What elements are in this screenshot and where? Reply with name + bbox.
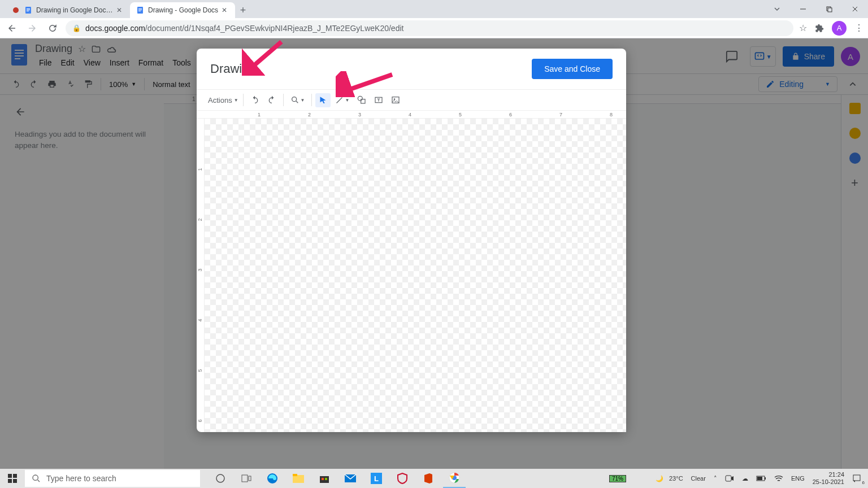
tab-title: Drawing in Google Docs - Googl <box>36 6 113 14</box>
close-tab-icon[interactable]: ✕ <box>222 6 229 14</box>
svg-rect-53 <box>765 477 766 480</box>
lock-icon: 🔒 <box>72 24 81 32</box>
svg-line-20 <box>337 97 342 103</box>
svg-rect-38 <box>249 476 251 481</box>
battery-indicator[interactable]: 71% <box>609 475 626 482</box>
svg-line-19 <box>296 101 298 103</box>
reload-button[interactable] <box>45 21 60 36</box>
cortana-icon[interactable] <box>209 469 232 488</box>
svg-rect-8 <box>138 11 141 11</box>
svg-rect-42 <box>320 476 329 483</box>
svg-rect-7 <box>138 10 142 10</box>
url-field[interactable]: 🔒 docs.google.com/document/d/1Nsqaf4_PGe… <box>66 20 793 36</box>
annotation-arrow-icon <box>242 38 287 76</box>
battery-tray-icon[interactable] <box>754 474 769 482</box>
svg-rect-11 <box>828 8 832 12</box>
select-tool[interactable] <box>315 93 331 107</box>
star-icon[interactable]: ☆ <box>799 23 807 33</box>
edge-icon[interactable] <box>261 469 284 488</box>
weather-condition[interactable]: Clear <box>689 474 708 483</box>
svg-rect-40 <box>293 475 304 483</box>
record-icon <box>11 6 20 15</box>
wifi-icon[interactable] <box>772 474 785 483</box>
svg-line-35 <box>38 480 40 482</box>
svg-point-0 <box>13 7 19 13</box>
svg-point-25 <box>394 98 396 100</box>
svg-rect-3 <box>27 10 30 10</box>
svg-rect-31 <box>13 474 17 478</box>
tray-expand-icon[interactable]: ˄ <box>711 474 719 483</box>
svg-rect-37 <box>242 475 248 482</box>
svg-rect-43 <box>322 478 324 480</box>
meet-now-icon[interactable] <box>723 474 736 483</box>
svg-rect-32 <box>8 479 12 483</box>
svg-point-34 <box>33 475 38 480</box>
svg-point-36 <box>216 474 224 482</box>
menu-icon[interactable]: ⋮ <box>854 23 863 33</box>
svg-rect-51 <box>726 476 731 481</box>
explorer-icon[interactable] <box>287 469 310 488</box>
mail-icon[interactable] <box>339 469 362 488</box>
chrome-icon[interactable] <box>443 469 466 488</box>
svg-line-27 <box>249 42 281 70</box>
svg-rect-44 <box>325 478 327 480</box>
svg-point-18 <box>292 97 296 102</box>
task-view-icon[interactable] <box>235 469 258 488</box>
browser-tab[interactable]: Drawing in Google Docs - Googl ✕ <box>6 2 130 18</box>
drawing-ruler-horizontal: 1 2 3 4 5 6 7 8 <box>197 111 626 119</box>
taskbar-search[interactable]: Type here to search <box>25 470 200 487</box>
drawing-toolbar: Actions▼ ▼ ▼ <box>197 89 626 111</box>
close-tab-icon[interactable]: ✕ <box>116 6 124 14</box>
undo-button[interactable] <box>247 93 263 107</box>
tab-title: Drawing - Google Docs <box>148 6 218 14</box>
drawing-canvas[interactable] <box>205 119 626 432</box>
svg-rect-4 <box>27 11 29 11</box>
language-indicator[interactable]: ENG <box>789 474 807 483</box>
redo-button[interactable] <box>264 93 280 107</box>
profile-avatar[interactable]: A <box>832 21 847 36</box>
weather-icon: 🌙 <box>656 475 663 482</box>
store-icon[interactable] <box>313 469 336 488</box>
svg-line-29 <box>344 75 392 91</box>
new-tab-button[interactable]: + <box>235 2 251 18</box>
drawing-modal: Drawing Save and Close Actions▼ ▼ ▼ 1 2 … <box>197 49 626 432</box>
close-window-button[interactable] <box>842 0 868 18</box>
svg-rect-55 <box>853 475 860 481</box>
svg-rect-41 <box>293 474 297 476</box>
app-icon[interactable]: L <box>365 469 388 488</box>
zoom-button[interactable]: ▼ <box>287 93 309 107</box>
extensions-icon[interactable] <box>815 24 824 33</box>
office-icon[interactable] <box>417 469 440 488</box>
mcafee-icon[interactable] <box>391 469 414 488</box>
search-placeholder: Type here to search <box>46 474 116 483</box>
chevron-down-icon[interactable] <box>764 0 790 18</box>
maximize-window-button[interactable] <box>816 0 842 18</box>
svg-text:L: L <box>374 474 379 483</box>
docs-favicon-icon <box>136 6 145 15</box>
address-bar: 🔒 docs.google.com/document/d/1Nsqaf4_PGe… <box>0 18 868 38</box>
forward-button[interactable] <box>25 21 40 36</box>
url-text: docs.google.com/document/d/1Nsqaf4_PGevS… <box>85 24 403 33</box>
windows-taskbar: Type here to search L 71% 🌙 23°C Clear ˄… <box>0 469 868 488</box>
svg-rect-54 <box>757 477 762 480</box>
svg-rect-2 <box>27 8 30 9</box>
back-button[interactable] <box>5 21 19 36</box>
browser-tab-active[interactable]: Drawing - Google Docs ✕ <box>130 2 235 18</box>
clock[interactable]: 21:24 25-10-2021 <box>810 470 847 487</box>
minimize-window-button[interactable] <box>790 0 816 18</box>
onedrive-icon[interactable]: ☁ <box>740 474 750 483</box>
drawing-ruler-vertical: 1 2 3 4 5 6 <box>197 119 205 432</box>
annotation-arrow-icon <box>336 71 398 97</box>
start-button[interactable] <box>0 469 25 488</box>
browser-tab-strip: Drawing in Google Docs - Googl ✕ Drawing… <box>0 0 868 18</box>
svg-rect-33 <box>13 479 17 483</box>
actions-menu[interactable]: Actions▼ <box>207 94 240 107</box>
notifications-icon[interactable]: 6 <box>850 473 863 484</box>
svg-rect-30 <box>8 474 12 478</box>
search-icon <box>32 474 41 483</box>
weather-temp[interactable]: 23°C <box>667 474 685 483</box>
save-and-close-button[interactable]: Save and Close <box>532 59 613 79</box>
svg-rect-6 <box>138 8 142 9</box>
docs-favicon-icon <box>24 6 33 15</box>
